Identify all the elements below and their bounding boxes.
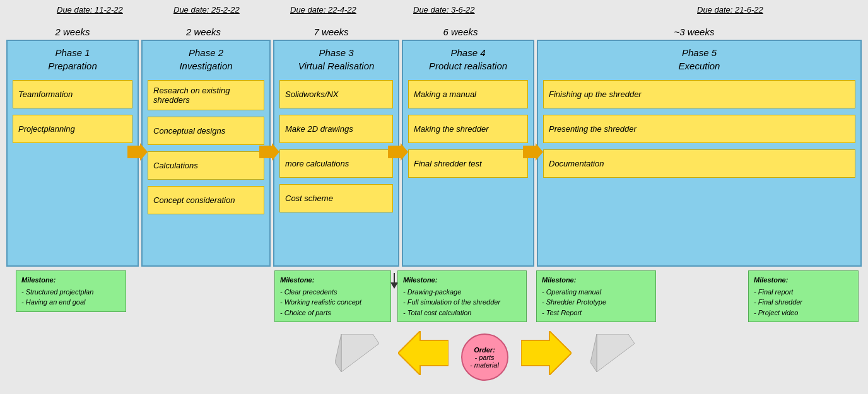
svg-marker-0	[127, 143, 148, 161]
milestone-2-item-2: - Working realistic concept	[280, 297, 385, 308]
week-1: 2 weeks	[6, 26, 139, 37]
phase-1-title: Phase 1Preparation	[13, 46, 132, 72]
milestone-3-item-2: - Full simulation of the shredder	[403, 297, 521, 308]
milestone-4-item-3: - Test Report	[542, 308, 650, 318]
milestone-3: Milestone: - Drawing-package - Full simu…	[397, 270, 527, 322]
order-title: Order:	[474, 346, 495, 354]
task-more-calculations: more calculations	[279, 149, 393, 178]
task-solidworks: Solidworks/NX	[279, 80, 393, 108]
weeks-row: 2 weeks 2 weeks 7 weeks 6 weeks ~3 weeks	[6, 26, 862, 37]
task-presenting-shredder: Presenting the shredder	[543, 115, 855, 143]
milestone-3-down-line	[394, 273, 395, 282]
task-making-manual: Making a manual	[408, 80, 528, 108]
due-dates-row: Due date: 11-2-22 Due date: 25-2-22 Due …	[6, 5, 862, 24]
task-research: Research on existing shredders	[148, 80, 264, 110]
week-4: 6 weeks	[394, 26, 527, 37]
milestone-2-item-1: - Clear precedents	[280, 287, 385, 298]
milestone-5: Milestone: - Final report - Final shredd…	[748, 270, 859, 322]
due-date-4: Due date: 3-6-22	[413, 5, 475, 14]
week-2: 2 weeks	[139, 26, 268, 37]
phase-2-box: Phase 2Investigation Research on existin…	[141, 40, 271, 267]
svg-marker-2	[388, 143, 408, 161]
yellow-arrow-right	[521, 331, 572, 378]
svg-marker-3	[523, 143, 543, 161]
due-date-3: Due date: 22-4-22	[290, 5, 356, 14]
task-projectplanning: Projectplanning	[13, 115, 132, 143]
milestone-1: Milestone: - Structured projectplan - Ha…	[16, 270, 126, 312]
milestone-4: Milestone: - Operating manual - Shredder…	[536, 270, 656, 322]
yellow-arrow-left	[398, 331, 449, 378]
milestone-5-item-1: - Final report	[754, 287, 853, 298]
milestone-2-item-3: - Choice of parts	[280, 308, 385, 318]
svg-marker-9	[590, 334, 597, 372]
phase-2-title: Phase 2Investigation	[148, 46, 264, 72]
milestone-1-item-2: - Having an end goal	[21, 297, 120, 308]
phase-4-box: Phase 4Product realisation Making a manu…	[402, 40, 534, 267]
arrow-3-4	[388, 143, 408, 163]
svg-marker-1	[259, 143, 279, 161]
milestone-3-item-1: - Drawing-package	[403, 287, 521, 298]
due-date-5: Due date: 21-6-22	[697, 5, 763, 14]
phase-3-box: Phase 3Virtual Realisation Solidworks/NX…	[273, 40, 399, 267]
paper-right	[590, 334, 635, 374]
task-conceptual-designs: Conceptual designs	[148, 117, 264, 145]
arrow-1-2	[127, 143, 148, 163]
svg-marker-7	[521, 331, 572, 375]
main-container: Due date: 11-2-22 Due date: 25-2-22 Due …	[0, 0, 868, 386]
phases-row: Phase 1Preparation Teamformation Project…	[6, 40, 862, 267]
task-calculations: Calculations	[148, 151, 264, 180]
milestone-3-title: Milestone:	[403, 275, 521, 286]
phase-1-box: Phase 1Preparation Teamformation Project…	[6, 40, 139, 267]
task-concept-consideration: Concept consideration	[148, 186, 264, 214]
yellow-arrow-left-svg	[398, 331, 449, 375]
task-2d-drawings: Make 2D drawings	[279, 115, 393, 143]
svg-marker-8	[597, 334, 635, 372]
task-documentation: Documentation	[543, 149, 855, 178]
milestone-4-title: Milestone:	[542, 275, 650, 286]
svg-marker-5	[335, 334, 341, 372]
phase-5-box: Phase 5Execution Finishing up the shredd…	[537, 40, 862, 267]
arrow-2-3	[259, 143, 279, 163]
paper-left-svg	[335, 334, 379, 372]
milestone-1-title: Milestone:	[21, 275, 120, 286]
task-cost-scheme: Cost scheme	[279, 184, 393, 212]
task-finishing-shredder: Finishing up the shredder	[543, 80, 855, 108]
milestone-2: Milestone: - Clear precedents - Working …	[274, 270, 391, 322]
milestone-4-item-1: - Operating manual	[542, 287, 650, 298]
milestone-3-item-3: - Total cost calculation	[403, 308, 521, 318]
due-date-2: Due date: 25-2-22	[173, 5, 240, 14]
yellow-arrow-right-svg	[521, 331, 572, 375]
phase-3-title: Phase 3Virtual Realisation	[279, 46, 393, 72]
milestone-5-item-2: - Final shredder	[754, 297, 853, 308]
milestone-2-title: Milestone:	[280, 275, 385, 286]
milestone-1-item-1: - Structured projectplan	[21, 287, 120, 298]
paper-left	[335, 334, 379, 374]
phase-4-title: Phase 4Product realisation	[408, 46, 528, 72]
due-date-1: Due date: 11-2-22	[57, 5, 123, 14]
order-circle: Order: - parts - material	[461, 333, 508, 381]
milestone-4-item-2: - Shredder Prototype	[542, 297, 650, 308]
milestone-5-item-3: - Project video	[754, 308, 853, 318]
week-5: ~3 weeks	[527, 26, 862, 37]
week-3: 7 weeks	[268, 26, 394, 37]
order-item-1: - parts	[474, 354, 494, 361]
task-final-test: Final shredder test	[408, 149, 528, 178]
svg-marker-4	[341, 334, 379, 372]
milestone-5-title: Milestone:	[754, 275, 853, 286]
svg-marker-6	[398, 331, 449, 375]
paper-right-svg	[590, 334, 635, 372]
order-item-2: - material	[470, 361, 499, 369]
order-section: Order: - parts - material	[57, 327, 868, 381]
task-making-shredder: Making the shredder	[408, 115, 528, 143]
task-teamformation: Teamformation	[13, 80, 132, 108]
phase-5-title: Phase 5Execution	[543, 46, 855, 72]
arrow-4-5	[523, 143, 543, 163]
milestones-row: Milestone: - Structured projectplan - Ha…	[6, 270, 862, 322]
